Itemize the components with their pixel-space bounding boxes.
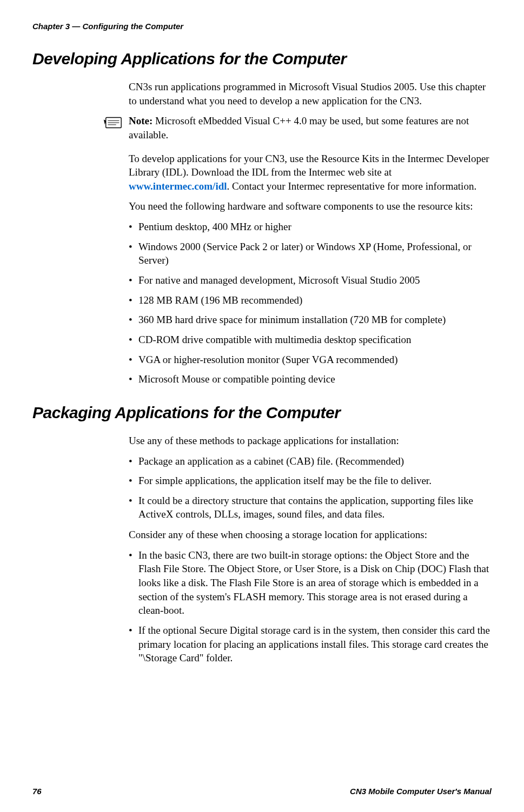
list-item: •Microsoft Mouse or compatible pointing … bbox=[129, 372, 492, 386]
list-item: •If the optional Secure Digital storage … bbox=[129, 623, 492, 665]
list-item: •128 MB RAM (196 MB recommended) bbox=[129, 293, 492, 307]
list-item: •VGA or higher-resolution monitor (Super… bbox=[129, 353, 492, 367]
list-item: •Package an application as a cabinet (CA… bbox=[129, 454, 492, 468]
section2-intro: Use any of these methods to package appl… bbox=[129, 434, 492, 448]
section2-heading: Packaging Applications for the Computer bbox=[32, 404, 492, 422]
list-item: •CD-ROM drive compatible with multimedia… bbox=[129, 333, 492, 347]
list-item: •Pentium desktop, 400 MHz or higher bbox=[129, 220, 492, 234]
list-item: •For simple applications, the applicatio… bbox=[129, 474, 492, 488]
bullet-text: It could be a directory structure that c… bbox=[138, 494, 492, 521]
bullet-icon: • bbox=[129, 548, 138, 618]
section2-bullets2: •In the basic CN3, there are two built-i… bbox=[129, 548, 492, 665]
section1-para2: You need the following hardware and soft… bbox=[129, 199, 492, 213]
bullet-icon: • bbox=[129, 240, 138, 267]
bullet-icon: • bbox=[129, 353, 138, 367]
page-number: 76 bbox=[32, 787, 42, 796]
list-item: •It could be a directory structure that … bbox=[129, 494, 492, 521]
bullet-icon: • bbox=[129, 623, 138, 665]
bullet-text: VGA or higher-resolution monitor (Super … bbox=[138, 353, 492, 367]
bullet-text: For native and managed development, Micr… bbox=[138, 273, 492, 287]
section1-para1-a: To develop applications for your CN3, us… bbox=[129, 153, 489, 178]
note-block: Note: Microsoft eMbedded Visual C++ 4.0 … bbox=[103, 114, 492, 142]
bullet-icon: • bbox=[129, 454, 138, 468]
bullet-icon: • bbox=[129, 372, 138, 386]
bullet-text: Package an application as a cabinet (CAB… bbox=[138, 454, 492, 468]
bullet-text: If the optional Secure Digital storage c… bbox=[138, 623, 492, 665]
section1-heading: Developing Applications for the Computer bbox=[32, 50, 492, 68]
chapter-header: Chapter 3 — Configuring the Computer bbox=[32, 22, 492, 31]
section2-para2: Consider any of these when choosing a st… bbox=[129, 528, 492, 542]
footer: 76 CN3 Mobile Computer User's Manual bbox=[32, 787, 492, 796]
bullet-text: For simple applications, the application… bbox=[138, 474, 492, 488]
note-label: Note: bbox=[129, 115, 152, 126]
bullet-icon: • bbox=[129, 220, 138, 234]
bullet-text: 360 MB hard drive space for minimum inst… bbox=[138, 313, 492, 327]
bullet-text: 128 MB RAM (196 MB recommended) bbox=[138, 293, 492, 307]
section2-bullets1: •Package an application as a cabinet (CA… bbox=[129, 454, 492, 522]
footer-title: CN3 Mobile Computer User's Manual bbox=[350, 787, 492, 796]
list-item: •360 MB hard drive space for minimum ins… bbox=[129, 313, 492, 327]
section1-bullets: •Pentium desktop, 400 MHz or higher •Win… bbox=[129, 220, 492, 386]
list-item: •In the basic CN3, there are two built-i… bbox=[129, 548, 492, 618]
bullet-text: Microsoft Mouse or compatible pointing d… bbox=[138, 372, 492, 386]
bullet-text: In the basic CN3, there are two built-in… bbox=[138, 548, 492, 618]
note-icon bbox=[103, 115, 123, 133]
section1-para1: To develop applications for your CN3, us… bbox=[129, 152, 492, 193]
bullet-text: Windows 2000 (Service Pack 2 or later) o… bbox=[138, 240, 492, 267]
bullet-icon: • bbox=[129, 273, 138, 287]
note-text: Note: Microsoft eMbedded Visual C++ 4.0 … bbox=[129, 114, 492, 142]
bullet-text: Pentium desktop, 400 MHz or higher bbox=[138, 220, 492, 234]
bullet-icon: • bbox=[129, 333, 138, 347]
idl-link[interactable]: www.intermec.com/idl bbox=[129, 180, 227, 192]
section1-para1-b: . Contact your Intermec representative f… bbox=[227, 180, 477, 192]
bullet-text: CD-ROM drive compatible with multimedia … bbox=[138, 333, 492, 347]
bullet-icon: • bbox=[129, 293, 138, 307]
list-item: •Windows 2000 (Service Pack 2 or later) … bbox=[129, 240, 492, 267]
bullet-icon: • bbox=[129, 474, 138, 488]
bullet-icon: • bbox=[129, 313, 138, 327]
bullet-icon: • bbox=[129, 494, 138, 521]
list-item: •For native and managed development, Mic… bbox=[129, 273, 492, 287]
note-body: Microsoft eMbedded Visual C++ 4.0 may be… bbox=[129, 115, 469, 140]
section1-intro: CN3s run applications programmed in Micr… bbox=[129, 80, 492, 108]
